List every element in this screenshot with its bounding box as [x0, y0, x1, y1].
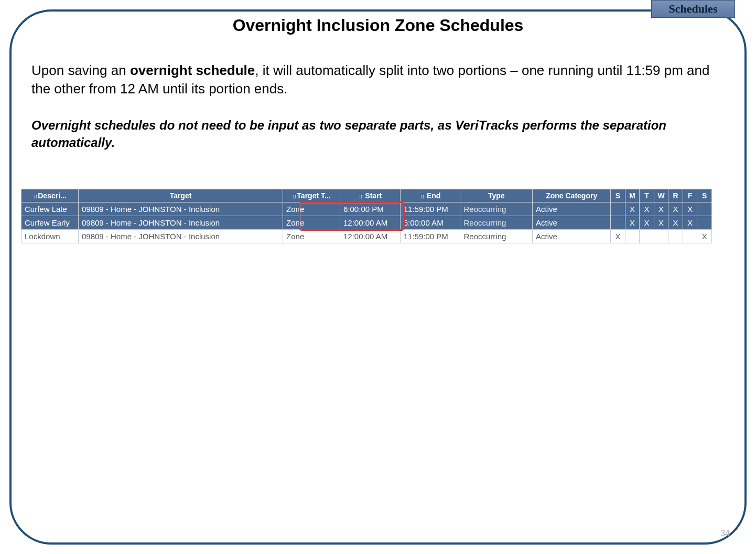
cell-target-t: Zone	[283, 230, 340, 243]
col-header-day-m[interactable]: M	[625, 189, 640, 203]
sort-icon: ↓↑	[292, 193, 296, 199]
col-header-day-s1[interactable]: S	[611, 189, 625, 203]
table-row[interactable]: Curfew Early09809 - Home - JOHNSTON - In…	[21, 216, 712, 230]
cell-zone-cat: Active	[533, 230, 611, 243]
col-header-zone-cat[interactable]: Zone Category	[533, 189, 611, 203]
cell-type: Reoccurring	[460, 230, 533, 243]
cell-target: 09809 - Home - JOHNSTON - Inclusion	[78, 230, 283, 243]
cell-day	[611, 203, 625, 216]
cell-day: X	[654, 216, 668, 230]
cell-type: Reoccurring	[460, 203, 533, 216]
cell-end: 11:59:00 PM	[400, 230, 460, 243]
col-header-start[interactable]: ↓↑ Start	[340, 189, 401, 203]
cell-day	[668, 230, 683, 243]
section-badge-label: Schedules	[669, 2, 718, 16]
sort-icon: ↓↑	[358, 193, 362, 199]
cell-day	[697, 216, 712, 230]
cell-zone-cat: Active	[533, 203, 611, 216]
table-header-row: ↓↑Descri... Target ↓↑Target T... ↓↑ Star…	[21, 189, 712, 203]
cell-day: X	[640, 216, 654, 230]
schedule-table-wrap: ↓↑Descri... Target ↓↑Target T... ↓↑ Star…	[21, 189, 712, 243]
cell-day: X	[640, 203, 654, 216]
col-header-end[interactable]: ↓↑ End	[400, 189, 460, 203]
cell-day	[683, 230, 697, 243]
table-row[interactable]: Lockdown09809 - Home - JOHNSTON - Inclus…	[21, 230, 712, 243]
col-header-day-w[interactable]: W	[654, 189, 668, 203]
col-header-target-t[interactable]: ↓↑Target T...	[283, 189, 340, 203]
cell-day	[697, 203, 712, 216]
cell-target-t: Zone	[283, 203, 340, 216]
cell-desc: Lockdown	[21, 230, 79, 243]
cell-day: X	[668, 203, 683, 216]
cell-day: X	[668, 216, 683, 230]
col-header-day-t[interactable]: T	[640, 189, 654, 203]
cell-start: 12:00:00 AM	[340, 230, 401, 243]
intro-paragraph: Upon saving an overnight schedule, it wi…	[31, 61, 725, 98]
sort-icon: ↓↑	[33, 193, 37, 199]
col-header-desc[interactable]: ↓↑Descri...	[21, 189, 79, 203]
cell-desc: Curfew Late	[21, 203, 79, 216]
cell-start: 12:00:00 AM	[340, 216, 401, 230]
col-header-day-r[interactable]: R	[668, 189, 683, 203]
cell-type: Reoccurring	[460, 216, 533, 230]
cell-day	[654, 230, 668, 243]
cell-day	[640, 230, 654, 243]
section-badge: Schedules	[651, 0, 735, 18]
col-header-day-f[interactable]: F	[683, 189, 697, 203]
cell-day: X	[625, 203, 640, 216]
cell-day: X	[625, 216, 640, 230]
intro-bold: overnight schedule	[130, 62, 255, 78]
page-number: 34	[720, 529, 730, 538]
col-header-target[interactable]: Target	[78, 189, 283, 203]
cell-day: X	[611, 230, 625, 243]
cell-desc: Curfew Early	[21, 216, 79, 230]
cell-start: 6:00:00 PM	[340, 203, 401, 216]
cell-day: X	[654, 203, 668, 216]
col-header-day-s2[interactable]: S	[697, 189, 712, 203]
cell-day: X	[683, 216, 697, 230]
cell-day	[611, 216, 625, 230]
intro-pre: Upon saving an	[31, 62, 130, 78]
cell-end: 6:00:00 AM	[400, 216, 460, 230]
content-area: Overnight Inclusion Zone Schedules Upon …	[31, 16, 725, 167]
cell-day	[625, 230, 640, 243]
col-header-type[interactable]: Type	[460, 189, 533, 203]
page-title: Overnight Inclusion Zone Schedules	[31, 16, 725, 35]
note-paragraph: Overnight schedules do not need to be in…	[31, 117, 725, 151]
cell-target: 09809 - Home - JOHNSTON - Inclusion	[78, 216, 283, 230]
cell-day: X	[683, 203, 697, 216]
cell-target-t: Zone	[283, 216, 340, 230]
cell-day: X	[697, 230, 712, 243]
schedule-table: ↓↑Descri... Target ↓↑Target T... ↓↑ Star…	[21, 189, 712, 243]
table-row[interactable]: Curfew Late09809 - Home - JOHNSTON - Inc…	[21, 203, 712, 216]
sort-icon: ↓↑	[420, 193, 424, 199]
cell-end: 11:59:00 PM	[400, 203, 460, 216]
cell-zone-cat: Active	[533, 216, 611, 230]
cell-target: 09809 - Home - JOHNSTON - Inclusion	[78, 203, 283, 216]
